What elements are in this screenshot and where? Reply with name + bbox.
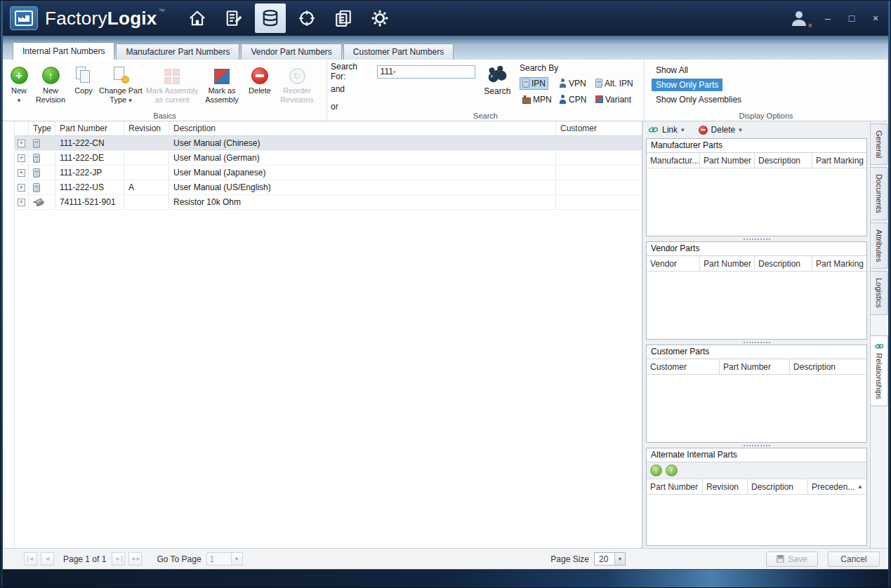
- first-page-button[interactable]: ◄: [24, 552, 37, 566]
- show-only-parts-option[interactable]: Show Only Parts: [652, 79, 722, 91]
- close-button[interactable]: ×: [870, 13, 881, 24]
- show-only-assemblies-option[interactable]: Show Only Assemblies: [652, 93, 746, 106]
- column-header-description[interactable]: Description: [169, 121, 556, 135]
- side-tab-documents[interactable]: Documents: [871, 167, 888, 220]
- column-header[interactable]: Part Number: [700, 153, 755, 168]
- column-header[interactable]: Description: [755, 153, 812, 168]
- search-by-mpn[interactable]: MPN: [520, 93, 555, 106]
- table-row[interactable]: + 111-222-US A User Manual (US/English): [15, 180, 642, 195]
- table-row[interactable]: + 111-222-JP User Manual (Japanese): [15, 166, 642, 180]
- section-splitter[interactable]: [645, 443, 868, 448]
- cancel-button[interactable]: Cancel: [828, 552, 880, 567]
- nav-parts-library-button[interactable]: [255, 4, 286, 33]
- nav-reports-button[interactable]: [328, 4, 359, 33]
- nav-production-button[interactable]: [291, 4, 322, 33]
- delete-link-button[interactable]: Delete: [711, 125, 736, 135]
- column-header-revision[interactable]: Revision: [124, 121, 169, 135]
- tab-customer-part-numbers[interactable]: Customer Part Numbers: [343, 44, 454, 60]
- new-button[interactable]: + New ▾: [6, 62, 32, 105]
- table-row[interactable]: + 111-222-CN User Manual (Chinese): [15, 136, 642, 151]
- side-tab-general[interactable]: General: [871, 123, 888, 165]
- column-header[interactable]: Customer: [647, 359, 720, 374]
- vpn-icon: [559, 79, 567, 88]
- parts-table-header: Type Part Number Revision Description Cu…: [15, 121, 642, 136]
- change-part-type-button[interactable]: Change Part Type ▾: [98, 62, 144, 106]
- search-by-variant[interactable]: Variant: [593, 93, 634, 106]
- tab-manufacturer-part-numbers[interactable]: Manufacturer Part Numbers: [116, 44, 239, 60]
- page-size-select[interactable]: 20 ▾: [594, 552, 626, 566]
- search-by-cpn[interactable]: CPN: [556, 93, 589, 106]
- search-button[interactable]: Search: [480, 62, 515, 96]
- section-splitter[interactable]: [645, 340, 868, 345]
- link-alternate-button[interactable]: ↑: [666, 465, 678, 476]
- link-button[interactable]: Link: [662, 125, 678, 135]
- column-header[interactable]: Vendor: [647, 256, 700, 271]
- binoculars-icon: [485, 62, 510, 87]
- search-by-ipn[interactable]: IPN: [520, 77, 548, 90]
- next-page-button[interactable]: ►: [112, 552, 125, 566]
- goto-page-input[interactable]: [206, 552, 232, 566]
- detail-side-tabs: General Documents Attributes Logistics R…: [870, 121, 888, 548]
- reorder-revisions-button[interactable]: ↻ Reorder Revisions: [276, 62, 318, 106]
- caret-down-icon: ▾: [128, 97, 132, 104]
- nav-settings-button[interactable]: [364, 4, 395, 33]
- expand-row-button[interactable]: +: [18, 184, 25, 192]
- previous-page-button[interactable]: ◄: [41, 552, 54, 566]
- expand-row-button[interactable]: +: [18, 154, 25, 162]
- nav-home-button[interactable]: [182, 4, 213, 33]
- delete-link-icon: [699, 126, 708, 135]
- side-tab-relationships[interactable]: Relationships: [871, 335, 888, 406]
- expand-row-button[interactable]: +: [18, 140, 25, 147]
- new-revision-button[interactable]: ↑ New Revision: [32, 62, 70, 106]
- column-header[interactable]: Part Marking: [812, 153, 866, 168]
- mark-as-assembly-button[interactable]: Mark as Assembly: [200, 62, 244, 106]
- table-row[interactable]: + 111-222-DE User Manual (German): [15, 151, 642, 166]
- column-header[interactable]: Description: [755, 256, 812, 271]
- section-empty-body: [647, 168, 866, 236]
- add-alternate-button[interactable]: ↑: [650, 465, 662, 476]
- customer-parts-section: Customer Parts Customer Part Number Desc…: [646, 345, 867, 443]
- trademark: ™: [159, 8, 165, 15]
- user-session-icon[interactable]: ×: [790, 9, 810, 27]
- mark-assembly-as-current-button[interactable]: Mark Assembly as current: [144, 62, 200, 106]
- column-header-type[interactable]: Type: [29, 121, 55, 135]
- side-tab-attributes[interactable]: Attributes: [871, 222, 888, 269]
- search-by-alt-ipn[interactable]: Alt. IPN: [593, 77, 636, 90]
- caret-down-icon[interactable]: ▾: [739, 126, 742, 133]
- last-page-button[interactable]: ►►: [128, 552, 142, 566]
- copy-button[interactable]: Copy: [70, 62, 98, 97]
- column-header[interactable]: Part Number: [720, 359, 790, 374]
- column-header[interactable]: Revision: [703, 479, 748, 494]
- expand-row-button[interactable]: +: [18, 199, 25, 206]
- caret-down-icon[interactable]: ▾: [681, 126, 685, 133]
- parts-table: Type Part Number Revision Description Cu…: [14, 121, 642, 548]
- search-input[interactable]: [377, 65, 475, 79]
- table-row[interactable]: + 74111-521-901 Resistor 10k Ohm: [15, 195, 642, 210]
- document-icon: [33, 183, 40, 192]
- side-tab-logistics[interactable]: Logistics: [871, 271, 888, 315]
- maximize-button[interactable]: □: [846, 13, 857, 24]
- minimize-button[interactable]: –: [822, 13, 833, 24]
- show-all-option[interactable]: Show All: [652, 64, 692, 76]
- search-by-vpn[interactable]: VPN: [556, 77, 589, 90]
- tab-vendor-part-numbers[interactable]: Vendor Part Numbers: [241, 44, 341, 60]
- column-header-sorted[interactable]: Preceden...▲: [808, 479, 866, 494]
- save-button[interactable]: Save: [766, 552, 818, 567]
- tab-internal-part-numbers[interactable]: Internal Part Numbers: [13, 42, 114, 60]
- goto-page-spinner[interactable]: ▾: [232, 552, 243, 566]
- expand-row-button[interactable]: +: [18, 169, 25, 177]
- column-header-customer[interactable]: Customer: [556, 121, 642, 135]
- column-header[interactable]: Part Number: [700, 256, 755, 271]
- column-header[interactable]: Part Marking: [812, 256, 866, 271]
- nav-work-instructions-button[interactable]: [218, 4, 249, 33]
- column-header[interactable]: Part Number: [647, 479, 703, 494]
- column-header[interactable]: Description: [748, 479, 808, 494]
- main-nav: [182, 4, 395, 33]
- column-header[interactable]: Manufactur...: [647, 153, 700, 168]
- production-icon: [298, 9, 316, 27]
- column-header[interactable]: Description: [790, 359, 866, 374]
- column-header-part-number[interactable]: Part Number: [55, 121, 124, 135]
- delete-button[interactable]: Delete: [244, 62, 276, 97]
- cpn-icon: [559, 95, 567, 104]
- section-splitter[interactable]: [645, 236, 868, 241]
